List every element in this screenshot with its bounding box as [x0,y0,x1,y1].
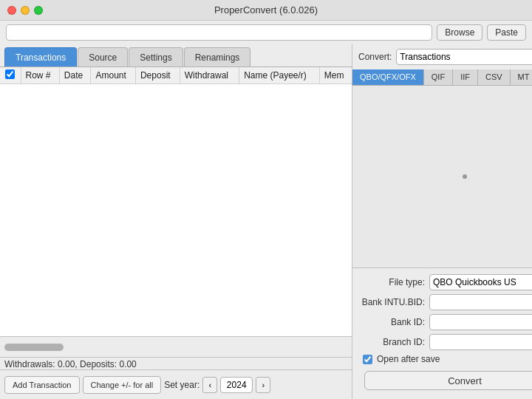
transaction-table: Row # Date Amount Deposit Withdrawal Nam… [0,67,352,84]
convert-label: Convert: [358,52,392,62]
traffic-lights [7,6,43,15]
format-tab-mt[interactable]: MT [511,69,532,85]
close-button[interactable] [7,6,16,15]
maximize-button[interactable] [34,6,43,15]
year-next-button[interactable]: › [256,377,270,393]
year-nav: Set year: ‹ 2024 › [164,377,270,393]
open-after-save-row: Open after save [358,354,532,364]
action-bar: Add Transaction Change +/- for all Set y… [0,369,352,399]
main-layout: Transactions Source Settings Renamings [0,44,532,399]
right-panel: Convert: Transactions QBO/QFX/OFX QIF II… [352,44,532,399]
transaction-table-container: Row # Date Amount Deposit Withdrawal Nam… [0,66,352,336]
th-name: Name (Payee/r) [239,67,320,84]
file-type-label: File type: [358,277,425,287]
filepath-bar: Browse Paste [0,21,532,44]
tab-bar: Transactions Source Settings Renamings [0,44,352,66]
bank-id-label: Bank ID: [358,317,425,327]
change-for-all-button[interactable]: Change +/- for all [83,376,162,394]
th-date: Date [59,67,91,84]
set-year-label: Set year: [164,380,200,390]
format-tab-qif[interactable]: QIF [424,69,453,85]
th-row: Row # [21,67,59,84]
file-type-select[interactable]: QBO Quickbooks US [429,274,532,290]
select-all-checkbox[interactable] [5,69,15,79]
tab-transactions[interactable]: Transactions [4,47,77,66]
bank-id-row: Bank ID: [358,314,532,330]
tab-renamings[interactable]: Renamings [184,47,251,66]
browse-button[interactable]: Browse [437,24,482,41]
format-tab-qbo[interactable]: QBO/QFX/OFX [352,69,424,85]
convert-row: Convert: Transactions [352,44,532,69]
file-type-row: File type: QBO Quickbooks US [358,274,532,290]
th-memo: Mem [319,67,352,84]
branch-id-select[interactable] [429,334,532,350]
th-amount: Amount [91,67,135,84]
open-after-save-checkbox[interactable] [363,355,372,364]
th-withdrawal: Withdrawal [180,67,239,84]
add-transaction-button[interactable]: Add Transaction [4,376,80,394]
convert-button[interactable]: Convert [364,371,532,390]
withdrawals-text: Withdrawals: 0.00, Deposits: 0.00 [4,359,137,369]
year-prev-button[interactable]: ‹ [202,377,217,393]
bank-intu-input[interactable] [429,294,532,310]
window-title: ProperConvert (6.0.026) [214,4,318,16]
branch-id-label: Branch ID: [358,337,425,347]
right-content-area [352,86,532,267]
tab-settings[interactable]: Settings [129,47,183,66]
year-display: 2024 [220,377,253,393]
branch-id-row: Branch ID: [358,334,532,350]
bank-intu-row: Bank INTU.BID: 🔍 [358,294,532,310]
filepath-input[interactable] [6,24,432,41]
convert-select[interactable]: Transactions [396,49,532,65]
th-deposit: Deposit [135,67,180,84]
open-after-save-label: Open after save [377,354,440,364]
title-bar: ProperConvert (6.0.026) [0,0,532,21]
bank-id-select[interactable] [429,314,532,330]
paste-button[interactable]: Paste [487,24,526,41]
bank-intu-label: Bank INTU.BID: [358,297,425,307]
th-checkbox [0,67,21,84]
format-tab-iif[interactable]: IIF [453,69,478,85]
left-panel: Transactions Source Settings Renamings [0,44,352,399]
scrollbar[interactable] [4,344,64,351]
tab-source[interactable]: Source [78,47,128,66]
center-dot [463,174,467,179]
minimize-button[interactable] [21,6,30,15]
settings-panel: File type: QBO Quickbooks US Bank INTU.B… [352,267,532,399]
table-header-row: Row # Date Amount Deposit Withdrawal Nam… [0,67,352,84]
format-tab-csv[interactable]: CSV [478,69,511,85]
format-tabs: QBO/QFX/OFX QIF IIF CSV MT ▶ [352,69,532,86]
status-bar [0,336,352,357]
